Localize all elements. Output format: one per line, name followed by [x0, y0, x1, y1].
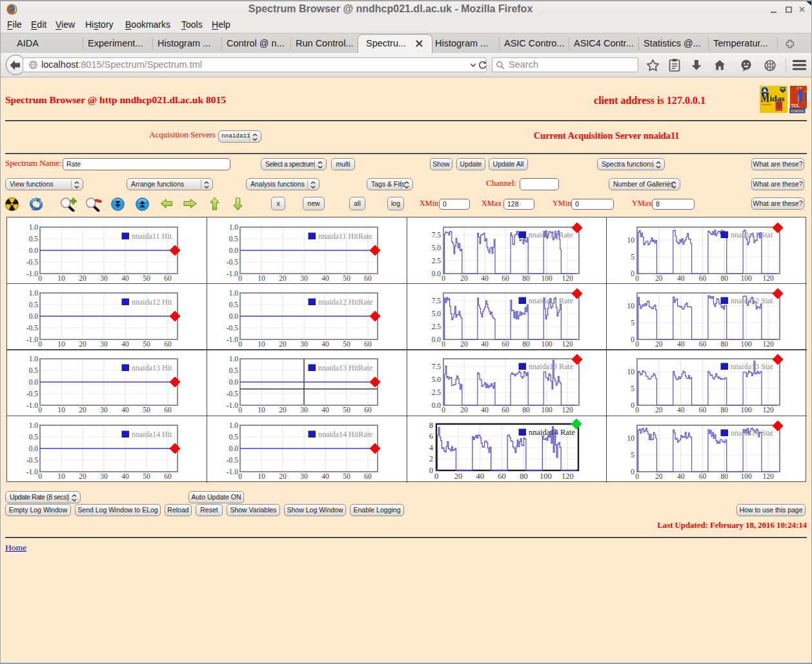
svg-text:-1.0: -1.0	[227, 401, 238, 409]
svg-text:0.5: 0.5	[29, 367, 39, 374]
svg-text:40: 40	[121, 472, 129, 480]
svg-text:20: 20	[655, 340, 663, 348]
svg-text:120: 120	[562, 406, 573, 414]
svg-text:60: 60	[498, 472, 506, 481]
svg-text:20: 20	[79, 472, 86, 480]
svg-text:60: 60	[364, 274, 372, 282]
svg-text:20: 20	[460, 274, 468, 282]
svg-text:0: 0	[635, 340, 639, 348]
svg-text:20: 20	[79, 274, 86, 282]
svg-text:0.0: 0.0	[29, 445, 39, 452]
svg-text:0: 0	[238, 472, 242, 480]
svg-text:0.0: 0.0	[432, 336, 442, 343]
svg-text:0.0: 0.0	[29, 246, 39, 254]
svg-text:0: 0	[442, 274, 445, 282]
svg-text:50: 50	[143, 472, 150, 480]
svg-text:-1.0: -1.0	[26, 336, 38, 343]
svg-text:100: 100	[740, 472, 752, 480]
svg-text:5.0: 5.0	[432, 310, 442, 317]
svg-text:1.0: 1.0	[229, 289, 239, 297]
svg-text:0: 0	[442, 406, 445, 414]
svg-text:50: 50	[343, 274, 350, 282]
svg-text:50: 50	[343, 472, 350, 480]
svg-text:60: 60	[164, 340, 172, 348]
svg-text:-1.0: -1.0	[26, 401, 38, 409]
svg-text:60: 60	[502, 406, 509, 414]
svg-text:nnaida11 HitRate: nnaida11 HitRate	[318, 232, 372, 241]
svg-text:100: 100	[740, 406, 752, 414]
svg-text:80: 80	[721, 406, 729, 414]
svg-text:nnaida14 HitRate: nnaida14 HitRate	[318, 430, 372, 439]
svg-text:0: 0	[238, 274, 242, 282]
svg-text:nnaida12 Rate: nnaida12 Rate	[529, 296, 573, 305]
svg-text:40: 40	[321, 340, 329, 348]
svg-text:120: 120	[762, 472, 774, 480]
svg-text:5: 5	[631, 253, 634, 261]
svg-text:5: 5	[631, 385, 634, 392]
svg-text:100: 100	[740, 274, 752, 282]
svg-text:1.0: 1.0	[29, 289, 39, 297]
svg-text:120: 120	[562, 274, 573, 282]
svg-text:-0.5: -0.5	[26, 324, 38, 332]
svg-text:10: 10	[258, 340, 265, 348]
svg-text:0.0: 0.0	[432, 270, 442, 277]
svg-text:0: 0	[38, 472, 42, 480]
svg-text:0.0: 0.0	[29, 312, 39, 320]
svg-text:60: 60	[502, 274, 509, 282]
svg-text:7.5: 7.5	[432, 231, 442, 239]
svg-text:0.0: 0.0	[229, 445, 239, 452]
svg-text:20: 20	[454, 472, 463, 481]
svg-text:60: 60	[699, 406, 707, 414]
svg-text:10: 10	[258, 472, 265, 480]
svg-text:40: 40	[677, 472, 685, 480]
svg-text:1.0: 1.0	[29, 355, 39, 363]
svg-text:40: 40	[481, 340, 489, 348]
svg-text:30: 30	[100, 340, 108, 348]
svg-text:20: 20	[655, 406, 663, 414]
svg-text:2.5: 2.5	[432, 257, 442, 265]
svg-text:10: 10	[627, 236, 635, 244]
svg-text:100: 100	[740, 340, 752, 348]
svg-text:1.0: 1.0	[29, 421, 39, 429]
svg-text:0: 0	[238, 340, 242, 348]
svg-text:10: 10	[627, 434, 635, 442]
svg-text:0: 0	[442, 340, 445, 348]
svg-text:120: 120	[562, 472, 574, 481]
svg-text:nnaida13 Rate: nnaida13 Rate	[529, 362, 573, 371]
svg-text:1.0: 1.0	[229, 421, 239, 429]
svg-text:100: 100	[541, 340, 553, 348]
svg-text:30: 30	[100, 274, 108, 282]
svg-text:-0.5: -0.5	[227, 258, 238, 266]
svg-text:20: 20	[460, 406, 468, 414]
svg-text:40: 40	[321, 406, 329, 414]
svg-text:nnaida12 Stat: nnaida12 Stat	[731, 296, 773, 305]
svg-text:80: 80	[721, 274, 729, 282]
svg-text:0.0: 0.0	[229, 312, 239, 320]
svg-text:10: 10	[57, 472, 65, 480]
svg-text:50: 50	[143, 406, 150, 414]
svg-text:40: 40	[481, 274, 489, 282]
svg-text:40: 40	[677, 406, 685, 414]
svg-text:0.0: 0.0	[229, 246, 239, 254]
svg-text:5.0: 5.0	[432, 244, 442, 252]
svg-text:0: 0	[635, 472, 639, 480]
svg-text:TCL: TCL	[791, 103, 800, 108]
svg-text:100: 100	[540, 472, 552, 481]
svg-text:60: 60	[502, 340, 509, 348]
svg-text:2: 2	[429, 454, 433, 463]
svg-text:nnaida11 Hit: nnaida11 Hit	[132, 232, 172, 241]
svg-text:20: 20	[460, 340, 468, 348]
svg-text:0: 0	[635, 406, 639, 414]
svg-text:50: 50	[143, 340, 150, 348]
svg-text:60: 60	[164, 406, 172, 414]
svg-text:0.0: 0.0	[432, 401, 442, 409]
svg-text:2.5: 2.5	[432, 388, 442, 396]
svg-text:30: 30	[100, 406, 108, 414]
svg-text:-0.5: -0.5	[26, 456, 38, 464]
svg-text:80: 80	[522, 274, 530, 282]
svg-text:60: 60	[364, 340, 372, 348]
svg-text:30: 30	[100, 472, 108, 480]
svg-text:40: 40	[481, 406, 489, 414]
svg-text:30: 30	[300, 472, 308, 480]
svg-text:-1.0: -1.0	[26, 468, 38, 476]
